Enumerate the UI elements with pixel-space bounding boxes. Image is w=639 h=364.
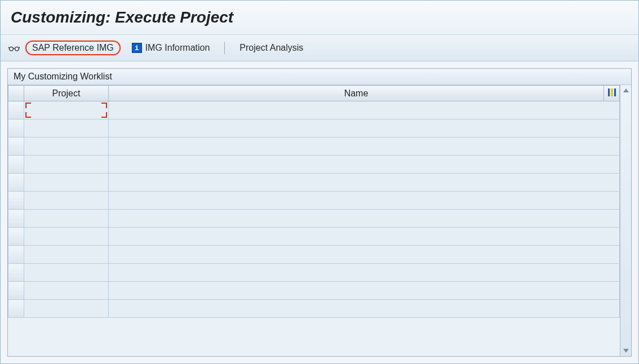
row-selector[interactable] — [8, 264, 24, 282]
glasses-icon[interactable] — [8, 43, 20, 52]
svg-point-0 — [10, 47, 14, 51]
name-cell[interactable] — [109, 156, 620, 174]
sap-reference-img-button[interactable]: SAP Reference IMG — [25, 41, 121, 55]
vertical-scrollbar[interactable] — [620, 85, 631, 356]
project-cell[interactable] — [24, 192, 109, 210]
column-project[interactable]: Project — [24, 86, 109, 101]
name-cell[interactable] — [109, 119, 620, 137]
project-cell[interactable] — [24, 228, 109, 246]
project-cell[interactable] — [24, 156, 109, 174]
sap-reference-img-label: SAP Reference IMG — [32, 43, 114, 53]
table-row — [8, 119, 620, 137]
project-analysis-button[interactable]: Project Analysis — [234, 41, 309, 55]
name-cell[interactable] — [109, 174, 620, 192]
row-selector[interactable] — [8, 156, 24, 174]
table-row — [8, 264, 620, 282]
table-row — [8, 174, 620, 192]
project-cell[interactable] — [24, 210, 109, 228]
name-cell[interactable] — [109, 300, 620, 318]
project-cell[interactable] — [24, 282, 109, 300]
row-selector[interactable] — [8, 101, 24, 119]
project-cell[interactable] — [24, 300, 109, 318]
panel-header: My Customizing Worklist — [8, 69, 631, 85]
titlebar: Customizing: Execute Project — [1, 1, 638, 35]
svg-point-1 — [15, 47, 19, 51]
name-cell[interactable] — [109, 282, 620, 300]
worklist-panel: My Customizing Worklist Project Name — [7, 68, 632, 357]
row-selector[interactable] — [8, 300, 24, 318]
row-selector[interactable] — [8, 228, 24, 246]
table-row — [8, 101, 620, 119]
row-selector[interactable] — [8, 119, 24, 137]
page-title: Customizing: Execute Project — [11, 8, 628, 26]
info-icon: i — [132, 43, 142, 53]
table-row — [8, 137, 620, 156]
img-information-button[interactable]: i IMG Information — [126, 41, 216, 55]
name-cell[interactable] — [109, 101, 620, 119]
project-analysis-label: Project Analysis — [239, 43, 303, 53]
table-row — [8, 300, 620, 318]
name-cell[interactable] — [109, 137, 620, 156]
project-cell[interactable] — [24, 119, 109, 137]
scroll-up-icon[interactable] — [623, 88, 629, 92]
name-cell[interactable] — [109, 264, 620, 282]
column-config-button[interactable] — [604, 86, 620, 101]
table-row — [8, 246, 620, 264]
table-row — [8, 228, 620, 246]
app-window: Customizing: Execute Project SAP Referen… — [0, 0, 639, 364]
column-row-selector[interactable] — [8, 86, 24, 101]
worklist-table: Project Name — [8, 85, 620, 318]
table-config-icon — [607, 88, 616, 97]
row-selector[interactable] — [8, 210, 24, 228]
name-cell[interactable] — [109, 228, 620, 246]
scroll-down-icon[interactable] — [623, 349, 629, 353]
toolbar-separator — [224, 42, 225, 54]
project-cell[interactable] — [24, 101, 109, 119]
project-cell[interactable] — [24, 174, 109, 192]
project-cell[interactable] — [24, 264, 109, 282]
row-selector[interactable] — [8, 246, 24, 264]
row-selector[interactable] — [8, 192, 24, 210]
name-cell[interactable] — [109, 210, 620, 228]
row-selector[interactable] — [8, 137, 24, 156]
row-selector[interactable] — [8, 174, 24, 192]
table-row — [8, 156, 620, 174]
img-information-label: IMG Information — [145, 43, 210, 53]
column-name[interactable]: Name — [109, 86, 604, 101]
table-row — [8, 282, 620, 300]
content-area: My Customizing Worklist Project Name — [1, 61, 638, 363]
table-row — [8, 192, 620, 210]
name-cell[interactable] — [109, 246, 620, 264]
focus-indicator — [25, 103, 107, 118]
table-row — [8, 210, 620, 228]
toolbar: SAP Reference IMG i IMG Information Proj… — [1, 35, 638, 61]
row-selector[interactable] — [8, 282, 24, 300]
name-cell[interactable] — [109, 192, 620, 210]
project-cell[interactable] — [24, 246, 109, 264]
project-cell[interactable] — [24, 137, 109, 156]
